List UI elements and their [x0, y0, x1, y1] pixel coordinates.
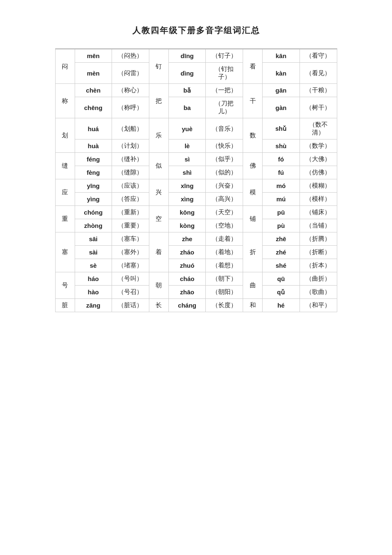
pinyin3-cell: fó — [263, 153, 300, 166]
char2-cell: 乐 — [149, 118, 168, 153]
pinyin2-cell: yuè — [168, 118, 206, 139]
pinyin-cell: féng — [75, 153, 112, 166]
pinyin-cell: yīng — [75, 179, 112, 193]
pinyin2-cell: ba — [168, 97, 206, 118]
pinyin-cell: huá — [75, 118, 112, 139]
char2-cell: 空 — [149, 206, 168, 232]
pinyin3-cell: shé — [263, 259, 300, 272]
word3-cell: （树干） — [299, 97, 337, 118]
word-cell: （称心） — [112, 84, 149, 97]
word2-cell: （似乎） — [206, 153, 243, 166]
char2-cell: 钉 — [149, 49, 168, 84]
word-cell: （号召） — [112, 286, 149, 299]
pinyin3-cell: kān — [263, 49, 300, 63]
vocabulary-table: 闷mēn（闷热）钉dīng（钉子）看kān（看守）mèn（闷雷）dìng（钉扣子… — [55, 49, 337, 312]
pinyin-cell: hào — [75, 286, 112, 299]
pinyin-cell: zāng — [75, 299, 112, 312]
word3-cell: （折断） — [299, 246, 337, 259]
word-cell: （闷热） — [112, 49, 149, 63]
word3-cell: （折腾） — [299, 232, 337, 246]
char-cell: 划 — [55, 118, 75, 153]
word3-cell: （看见） — [299, 63, 337, 84]
pinyin-cell: huà — [75, 139, 112, 153]
pinyin2-cell: sì — [168, 153, 206, 166]
pinyin2-cell: zhe — [168, 232, 206, 246]
word-cell: （重新） — [112, 206, 149, 219]
word-cell: （称呼） — [112, 97, 149, 118]
word2-cell: （音乐） — [206, 118, 243, 139]
word-cell: （计划） — [112, 139, 149, 153]
pinyin-cell: háo — [75, 272, 112, 286]
word3-cell: （和平） — [299, 299, 337, 312]
pinyin2-cell: dīng — [168, 49, 206, 63]
pinyin3-cell: shǔ — [263, 118, 300, 139]
word2-cell: （钉子） — [206, 49, 243, 63]
pinyin-cell: chóng — [75, 206, 112, 219]
char3-cell: 铺 — [243, 206, 263, 232]
char3-cell: 干 — [243, 84, 263, 118]
word3-cell: （歌曲） — [299, 286, 337, 299]
word3-cell: （数学） — [299, 139, 337, 153]
pinyin-cell: sāi — [75, 232, 112, 246]
pinyin3-cell: mó — [263, 179, 300, 193]
word2-cell: （空地） — [206, 219, 243, 232]
char3-cell: 看 — [243, 49, 263, 84]
char2-cell: 兴 — [149, 179, 168, 206]
char-cell: 脏 — [55, 299, 75, 312]
pinyin2-cell: xìng — [168, 193, 206, 206]
word3-cell: （模样） — [299, 193, 337, 206]
word2-cell: （朝阳） — [206, 286, 243, 299]
pinyin2-cell: xīng — [168, 179, 206, 193]
pinyin-cell: mèn — [75, 63, 112, 84]
word3-cell: （折本） — [299, 259, 337, 272]
word-cell: （缝补） — [112, 153, 149, 166]
word-cell: （答应） — [112, 193, 149, 206]
word3-cell: （模糊） — [299, 179, 337, 193]
char2-cell: 似 — [149, 153, 168, 179]
pinyin2-cell: cháng — [168, 299, 206, 312]
char-cell: 称 — [55, 84, 75, 118]
word-cell: （脏话） — [112, 299, 149, 312]
pinyin3-cell: hé — [263, 299, 300, 312]
page-title: 人教四年级下册多音字组词汇总 — [132, 25, 260, 36]
word2-cell: （朝下） — [206, 272, 243, 286]
word-cell: （号叫） — [112, 272, 149, 286]
word3-cell: （仿佛） — [299, 166, 337, 179]
word-cell: （塞外） — [112, 246, 149, 259]
pinyin3-cell: qǔ — [263, 286, 300, 299]
pinyin2-cell: dìng — [168, 63, 206, 84]
pinyin2-cell: bǎ — [168, 84, 206, 97]
word3-cell: （当铺） — [299, 219, 337, 232]
word-cell: （划船） — [112, 118, 149, 139]
word2-cell: （似的） — [206, 166, 243, 179]
word2-cell: （长度） — [206, 299, 243, 312]
pinyin2-cell: zhāo — [168, 286, 206, 299]
pinyin3-cell: shù — [263, 139, 300, 153]
word2-cell: （着想） — [206, 259, 243, 272]
word-cell: （缝隙） — [112, 166, 149, 179]
word3-cell: （大佛） — [299, 153, 337, 166]
char3-cell: 曲 — [243, 272, 263, 299]
pinyin2-cell: lè — [168, 139, 206, 153]
word-cell: （塞车） — [112, 232, 149, 246]
char3-cell: 模 — [243, 179, 263, 206]
char-cell: 缝 — [55, 153, 75, 179]
pinyin-cell: chèn — [75, 84, 112, 97]
pinyin3-cell: gàn — [263, 97, 300, 118]
pinyin3-cell: pū — [263, 206, 300, 219]
pinyin-cell: sài — [75, 246, 112, 259]
pinyin2-cell: kòng — [168, 219, 206, 232]
word2-cell: （一把） — [206, 84, 243, 97]
pinyin-cell: chēng — [75, 97, 112, 118]
char3-cell: 折 — [243, 232, 263, 272]
word2-cell: （快乐） — [206, 139, 243, 153]
char-cell: 重 — [55, 206, 75, 232]
pinyin3-cell: fú — [263, 166, 300, 179]
pinyin3-cell: zhē — [263, 232, 300, 246]
word-cell: （重要） — [112, 219, 149, 232]
word2-cell: （天空） — [206, 206, 243, 219]
char2-cell: 着 — [149, 232, 168, 272]
char-cell: 塞 — [55, 232, 75, 272]
pinyin3-cell: qū — [263, 272, 300, 286]
char2-cell: 把 — [149, 84, 168, 118]
